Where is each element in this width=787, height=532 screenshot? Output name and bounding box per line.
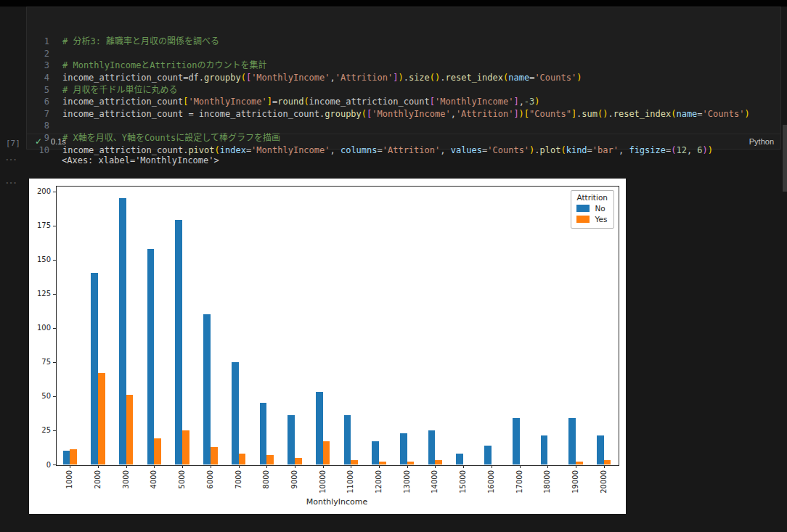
code-editor[interactable]: 1# 分析3: 離職率と月収の関係を調べる2 3# MonthlyIncomeと… — [27, 7, 780, 180]
x-tick-mark — [379, 465, 380, 468]
y-tick-mark — [53, 226, 56, 226]
x-tick-mark — [351, 465, 351, 468]
bar-no — [288, 415, 295, 465]
x-tick-label: 14000 — [430, 470, 439, 494]
y-tick-label: 25 — [29, 425, 51, 435]
plot-collapse-toggle[interactable]: ··· — [6, 177, 17, 188]
bar-no — [541, 435, 548, 465]
bar-no — [456, 454, 463, 465]
x-tick-label: 13000 — [402, 470, 412, 494]
bar-yes — [351, 460, 358, 465]
code-text — [49, 48, 68, 60]
scrollbar-thumb[interactable] — [783, 125, 787, 192]
code-text: # 分析3: 離職率と月収の関係を調べる — [49, 36, 219, 48]
bar-no — [372, 441, 379, 465]
bar-yes — [295, 458, 302, 465]
y-tick-mark — [53, 294, 56, 295]
bar-yes — [126, 395, 134, 465]
x-tick-label: 3000 — [121, 470, 131, 488]
matplotlib-figure: 0255075100125150175200100020003000400050… — [29, 179, 626, 514]
x-tick-mark — [323, 465, 324, 468]
bar-no — [597, 435, 604, 465]
line-number: 6 — [27, 96, 49, 108]
bar-no — [400, 433, 407, 465]
x-tick-mark — [407, 465, 408, 468]
x-tick-label: 5000 — [177, 470, 187, 488]
bar-no — [119, 198, 126, 465]
code-line[interactable]: 1# 分析3: 離職率と月収の関係を調べる — [27, 36, 780, 48]
x-tick-label: 16000 — [486, 470, 496, 494]
x-tick-mark — [576, 465, 576, 468]
bar-no — [260, 403, 267, 465]
code-line[interactable]: 4income_attriction_count=df.groupby(['Mo… — [27, 72, 780, 84]
bar-no — [568, 418, 576, 465]
legend-title: Attrition — [576, 193, 608, 202]
x-tick-label: 9000 — [290, 470, 299, 488]
bar-yes — [266, 455, 274, 465]
code-line[interactable]: 6income_attriction_count['MonthlyIncome'… — [27, 96, 780, 108]
bar-yes — [435, 460, 442, 465]
x-tick-mark — [70, 465, 70, 468]
bar-yes — [211, 447, 218, 465]
x-tick-mark — [266, 465, 267, 468]
code-cell[interactable]: 1# 分析3: 離職率と月収の関係を調べる2 3# MonthlyIncomeと… — [26, 7, 781, 150]
output-collapse-toggle[interactable]: ··· — [6, 154, 17, 165]
execution-count-badge: [7] — [6, 139, 20, 148]
legend-label: No — [595, 204, 605, 213]
top-divider — [0, 0, 787, 7]
bar-yes — [182, 430, 189, 465]
bar-yes — [604, 460, 611, 465]
x-tick-mark — [126, 465, 127, 468]
x-tick-label: 17000 — [515, 470, 524, 494]
y-tick-label: 50 — [29, 391, 51, 401]
legend-label: Yes — [595, 215, 607, 224]
x-tick-mark — [98, 465, 99, 468]
code-text: income_attriction_count = income_attrict… — [49, 108, 750, 120]
output-repr-text: <Axes: xlabel='MonthlyIncome'> — [62, 155, 219, 165]
code-text: income_attriction_count['MonthlyIncome']… — [49, 96, 540, 108]
execution-duration: 0.1s — [51, 137, 66, 146]
plot-area — [56, 186, 619, 466]
success-check-icon: ✓ — [35, 136, 42, 147]
x-tick-mark — [492, 465, 492, 468]
y-tick-label: 125 — [29, 289, 51, 298]
code-line[interactable]: 7income_attriction_count = income_attric… — [27, 108, 780, 120]
code-line[interactable]: 2 — [27, 48, 780, 60]
bar-no — [428, 430, 436, 465]
legend-entry: Yes — [576, 215, 608, 224]
x-tick-mark — [547, 465, 548, 468]
bar-yes — [379, 462, 386, 465]
y-tick-label: 100 — [29, 323, 51, 332]
bar-no — [91, 273, 98, 465]
x-tick-label: 4000 — [149, 470, 158, 488]
y-tick-mark — [53, 328, 56, 329]
y-tick-label: 75 — [29, 357, 51, 367]
x-tick-label: 6000 — [205, 470, 215, 488]
line-number: 3 — [27, 60, 49, 72]
bar-no — [203, 314, 211, 465]
bar-no — [63, 451, 70, 465]
line-number: 2 — [27, 48, 49, 60]
code-line[interactable]: 5# 月収を千ドル単位に丸める — [27, 84, 780, 97]
x-tick-mark — [463, 465, 464, 468]
y-tick-mark — [53, 362, 56, 363]
line-number: 4 — [27, 72, 49, 84]
x-tick-label: 7000 — [234, 470, 243, 488]
bar-yes — [70, 449, 77, 465]
language-picker[interactable]: Python — [749, 137, 774, 146]
bar-yes — [239, 454, 246, 465]
code-line[interactable]: 3# MonthlyIncomeとAttritionのカウントを集計 — [27, 60, 780, 72]
code-line[interactable]: 8 — [27, 120, 780, 132]
x-tick-mark — [239, 465, 240, 468]
notebook-page: 1# 分析3: 離職率と月収の関係を調べる2 3# MonthlyIncomeと… — [0, 0, 787, 532]
x-tick-label: 10000 — [318, 470, 327, 494]
y-tick-mark — [53, 430, 56, 431]
y-tick-mark — [53, 260, 56, 261]
line-number: 5 — [27, 84, 49, 97]
bar-yes — [154, 438, 161, 465]
code-text: # 月収を千ドル単位に丸める — [49, 84, 177, 97]
y-tick-label: 150 — [29, 255, 51, 264]
y-tick-label: 200 — [29, 187, 51, 196]
legend-swatch — [576, 216, 590, 223]
line-number: 8 — [27, 120, 49, 132]
